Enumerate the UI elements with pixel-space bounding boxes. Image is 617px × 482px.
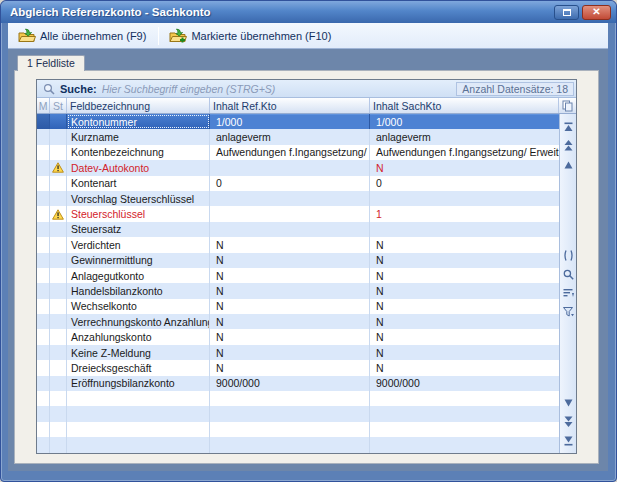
table-search-icon[interactable] — [562, 268, 575, 281]
last-row-icon[interactable] — [562, 434, 575, 447]
row-marker-cell[interactable] — [37, 283, 50, 298]
table-row[interactable]: Steuerschlüssel1 — [37, 206, 559, 221]
copy-button[interactable] — [559, 98, 576, 113]
field-name-cell[interactable]: Steuerschlüssel — [67, 206, 210, 221]
row-status-cell[interactable] — [50, 129, 67, 144]
row-status-cell[interactable] — [50, 283, 67, 298]
table-row[interactable]: DreiecksgeschäftNN — [37, 360, 559, 375]
sach-value-cell[interactable]: anlageverm — [370, 129, 559, 144]
row-marker-cell[interactable] — [37, 253, 50, 268]
row-status-cell[interactable] — [50, 145, 67, 160]
row-marker-cell[interactable] — [37, 376, 50, 391]
field-name-cell[interactable]: Dreiecksgeschäft — [67, 360, 210, 375]
sach-value-cell[interactable]: N — [370, 160, 559, 175]
ref-value-cell[interactable]: N — [210, 345, 370, 360]
row-marker-cell[interactable] — [37, 206, 50, 221]
table-row[interactable]: AnzahlungskontoNN — [37, 329, 559, 344]
table-row[interactable]: Steuersatz — [37, 222, 559, 237]
row-status-cell[interactable] — [50, 237, 67, 252]
row-marker-cell[interactable] — [37, 345, 50, 360]
table-row[interactable]: Kontonummer1/0001/000 — [37, 114, 559, 129]
ref-value-cell[interactable]: Aufwendungen f.Ingangsetzung/ Erweit.d.G… — [210, 145, 370, 160]
row-status-cell[interactable] — [50, 299, 67, 314]
field-name-cell[interactable]: Kurzname — [67, 129, 210, 144]
row-status-cell[interactable] — [50, 160, 67, 175]
ref-value-cell[interactable] — [210, 160, 370, 175]
table-row[interactable]: Datev-AutokontoN — [37, 160, 559, 175]
sort-icon[interactable] — [562, 287, 575, 300]
header-m[interactable]: M — [37, 98, 50, 113]
row-marker-cell[interactable] — [37, 114, 50, 129]
field-name-cell[interactable]: Kontonummer — [67, 114, 210, 129]
search-bar[interactable]: Suche: Hier Suchbegriff eingeben (STRG+S… — [37, 80, 576, 98]
sach-value-cell[interactable]: 9000/000 — [370, 376, 559, 391]
ref-value-cell[interactable] — [210, 206, 370, 221]
row-status-cell[interactable] — [50, 222, 67, 237]
ref-value-cell[interactable]: N — [210, 329, 370, 344]
row-marker-cell[interactable] — [37, 237, 50, 252]
row-marker-cell[interactable] — [37, 160, 50, 175]
ref-value-cell[interactable]: N — [210, 253, 370, 268]
row-marker-cell[interactable] — [37, 222, 50, 237]
ref-value-cell[interactable]: 9000/000 — [210, 376, 370, 391]
header-inhalt-refkto[interactable]: Inhalt Ref.Kto — [210, 98, 370, 113]
group-icon[interactable] — [562, 249, 575, 262]
ref-value-cell[interactable]: 0 — [210, 176, 370, 191]
search-input[interactable]: Hier Suchbegriff eingeben (STRG+S) — [102, 83, 457, 95]
row-marker-cell[interactable] — [37, 268, 50, 283]
maximize-button[interactable] — [554, 5, 579, 20]
apply-all-button[interactable]: Alle übernehmen (F9) — [12, 25, 154, 46]
sach-value-cell[interactable]: N — [370, 253, 559, 268]
field-name-cell[interactable]: Vorschlag Steuerschlüssel — [67, 191, 210, 206]
row-marker-cell[interactable] — [37, 314, 50, 329]
row-status-cell[interactable] — [50, 176, 67, 191]
sach-value-cell[interactable]: N — [370, 360, 559, 375]
table-row[interactable]: Kurznameanlagevermanlageverm — [37, 129, 559, 144]
sach-value-cell[interactable] — [370, 222, 559, 237]
sach-value-cell[interactable] — [370, 191, 559, 206]
field-name-cell[interactable]: Eröffnungsbilanzkonto — [67, 376, 210, 391]
row-down-icon[interactable] — [562, 396, 575, 409]
ref-value-cell[interactable]: N — [210, 268, 370, 283]
tab-feldliste[interactable]: 1 Feldliste — [17, 55, 85, 71]
header-inhalt-sachkto[interactable]: Inhalt SachKto — [370, 98, 559, 113]
sach-value-cell[interactable]: N — [370, 345, 559, 360]
row-marker-cell[interactable] — [37, 145, 50, 160]
table-row[interactable]: AnlagegutkontoNN — [37, 268, 559, 283]
sach-value-cell[interactable]: N — [370, 299, 559, 314]
close-button[interactable]: ✕ — [582, 5, 611, 20]
sach-value-cell[interactable]: N — [370, 283, 559, 298]
row-status-cell[interactable] — [50, 206, 67, 221]
field-name-cell[interactable]: Kontenbezeichnung — [67, 145, 210, 160]
table-row[interactable]: GewinnermittlungNN — [37, 253, 559, 268]
page-up-icon[interactable] — [562, 139, 575, 152]
table-row[interactable]: Vorschlag Steuerschlüssel — [37, 191, 559, 206]
row-status-cell[interactable] — [50, 268, 67, 283]
sach-value-cell[interactable]: N — [370, 329, 559, 344]
field-name-cell[interactable]: Anzahlungskonto — [67, 329, 210, 344]
ref-value-cell[interactable]: anlageverm — [210, 129, 370, 144]
row-status-cell[interactable] — [50, 376, 67, 391]
sach-value-cell[interactable]: 1/000 — [370, 114, 559, 129]
header-st[interactable]: St — [50, 98, 67, 113]
field-name-cell[interactable]: Datev-Autokonto — [67, 160, 210, 175]
sach-value-cell[interactable]: N — [370, 268, 559, 283]
row-marker-cell[interactable] — [37, 191, 50, 206]
table-row[interactable]: WechselkontoNN — [37, 299, 559, 314]
table-row[interactable]: Kontenart00 — [37, 176, 559, 191]
table-row[interactable]: Eröffnungsbilanzkonto9000/0009000/000 — [37, 376, 559, 391]
ref-value-cell[interactable]: 1/000 — [210, 114, 370, 129]
table-row[interactable]: KontenbezeichnungAufwendungen f.Ingangse… — [37, 145, 559, 160]
field-name-cell[interactable]: Steuersatz — [67, 222, 210, 237]
row-status-cell[interactable] — [50, 360, 67, 375]
row-marker-cell[interactable] — [37, 299, 50, 314]
row-up-icon[interactable] — [562, 158, 575, 171]
table-row[interactable]: Verrechnungskonto AnzahlungNN — [37, 314, 559, 329]
field-name-cell[interactable]: Anlagegutkonto — [67, 268, 210, 283]
table-row[interactable]: HandelsbilanzkontoNN — [37, 283, 559, 298]
field-name-cell[interactable]: Wechselkonto — [67, 299, 210, 314]
sach-value-cell[interactable]: 0 — [370, 176, 559, 191]
table-row[interactable]: VerdichtenNN — [37, 237, 559, 252]
field-name-cell[interactable]: Handelsbilanzkonto — [67, 283, 210, 298]
row-status-cell[interactable] — [50, 253, 67, 268]
